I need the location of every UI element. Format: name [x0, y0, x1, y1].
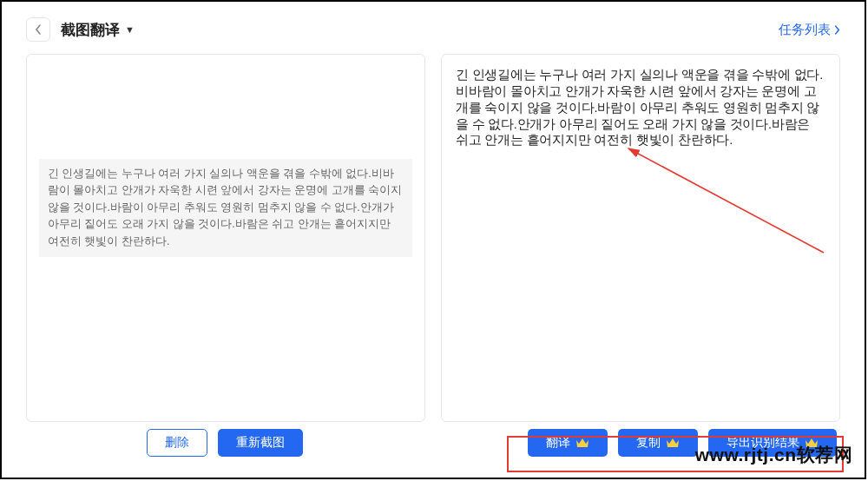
- caret-down-icon: ▼: [125, 24, 135, 35]
- delete-button[interactable]: 删除: [147, 429, 207, 457]
- svg-line-0: [628, 148, 824, 253]
- translate-label: 翻译: [546, 435, 570, 451]
- recapture-button[interactable]: 重新截图: [218, 429, 303, 457]
- chevron-right-icon: [834, 25, 840, 35]
- vip-badge-icon: [575, 438, 589, 448]
- source-panel: 긴 인생길에는 누구나 여러 가지 실의나 액운을 겪을 수밖에 없다.비바람이…: [26, 54, 425, 422]
- header: 截图翻译 ▼ 任务列表: [2, 2, 865, 54]
- copy-button[interactable]: 复制: [618, 429, 698, 457]
- left-actions: 删除 重新截图: [26, 429, 424, 457]
- output-text[interactable]: 긴 인생길에는 누구나 여러 가지 실의나 액운을 겪을 수밖에 없다.비바람이…: [442, 55, 839, 148]
- chevron-left-icon: [34, 24, 43, 35]
- recapture-label: 重新截图: [236, 435, 285, 451]
- annotation-arrow-icon: [607, 140, 832, 261]
- page-title-dropdown[interactable]: 截图翻译 ▼: [61, 20, 135, 40]
- copy-label: 复制: [636, 435, 661, 451]
- source-ocr-text: 긴 인생길에는 누구나 여러 가지 실의나 액운을 겪을 수밖에 없다.비바람이…: [39, 159, 412, 257]
- task-list-link[interactable]: 任务列表: [779, 22, 840, 38]
- vip-badge-icon: [666, 438, 680, 448]
- task-list-label: 任务列表: [779, 22, 831, 38]
- watermark-text: www.rjtj.cn软荐网: [695, 443, 852, 467]
- page-title: 截图翻译: [61, 20, 120, 40]
- delete-label: 删除: [165, 435, 189, 451]
- output-panel: 긴 인생길에는 누구나 여러 가지 실의나 액운을 겪을 수밖에 없다.비바람이…: [441, 54, 840, 422]
- translate-button[interactable]: 翻译: [528, 429, 608, 457]
- back-button[interactable]: [26, 17, 50, 42]
